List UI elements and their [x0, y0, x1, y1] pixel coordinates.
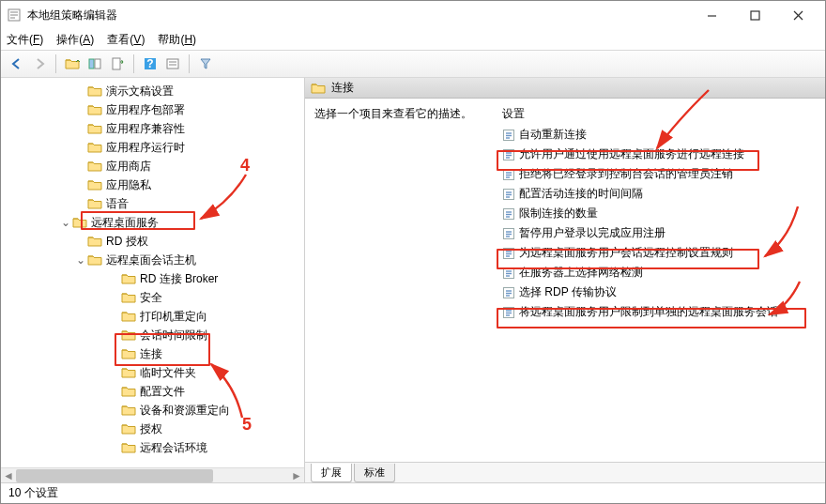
- statusbar: 10 个设置: [1, 482, 825, 503]
- window: 本地组策略编辑器 文件(F) 操作(A) 查看(V) 帮助(H) ? 演示文稿设…: [0, 0, 826, 504]
- folder-icon: [87, 235, 102, 248]
- export-button[interactable]: [107, 53, 128, 74]
- tree-item[interactable]: RD 连接 Broker: [1, 269, 304, 288]
- setting-item[interactable]: 自动重新连接: [495, 125, 825, 145]
- help-button[interactable]: ?: [140, 53, 161, 74]
- folder-icon: [121, 310, 136, 323]
- forward-button[interactable]: [29, 53, 50, 74]
- main: 演示文稿设置应用程序包部署应用程序兼容性应用程序运行时应用商店应用隐私语音⌄远程…: [1, 78, 825, 482]
- folder-icon: [121, 291, 136, 304]
- svg-rect-14: [113, 58, 120, 69]
- tree-item-label: 设备和资源重定向: [140, 403, 230, 419]
- folder-icon: [87, 197, 102, 210]
- tree-item-label: RD 授权: [106, 234, 148, 250]
- tree-item-label: RD 连接 Broker: [140, 271, 218, 287]
- up-button[interactable]: [62, 53, 83, 74]
- setting-label: 为远程桌面服务用户会话远程控制设置规则: [519, 245, 733, 261]
- tree-item-label: 应用程序兼容性: [106, 121, 185, 137]
- scroll-left-icon[interactable]: ◄: [1, 468, 16, 483]
- svg-rect-9: [751, 11, 759, 20]
- folder-icon: [87, 103, 102, 116]
- tree-item-label: 远程桌面服务: [91, 215, 159, 231]
- policy-icon: [502, 168, 515, 181]
- setting-label: 自动重新连接: [519, 127, 587, 143]
- tree-item[interactable]: 语音: [1, 194, 304, 213]
- menu-file[interactable]: 文件(F): [7, 32, 43, 48]
- tree-item[interactable]: 应用程序包部署: [1, 100, 304, 119]
- detail-header: 连接: [305, 78, 825, 99]
- tree-item[interactable]: RD 授权: [1, 232, 304, 251]
- folder-icon: [72, 216, 87, 229]
- scroll-right-icon[interactable]: ►: [289, 468, 304, 483]
- setting-item[interactable]: 拒绝将已经登录到控制台会话的管理员注销: [495, 164, 825, 184]
- tree-item[interactable]: 应用隐私: [1, 176, 304, 194]
- tree-item[interactable]: 应用商店: [1, 157, 304, 176]
- setting-label: 选择 RDP 传输协议: [519, 284, 617, 300]
- svg-text:?: ?: [146, 57, 153, 70]
- folder-icon: [87, 160, 102, 173]
- tree-item[interactable]: 安全: [1, 288, 304, 307]
- tree-item[interactable]: 远程会话环境: [1, 438, 304, 457]
- filter-button[interactable]: [195, 53, 216, 74]
- setting-label: 在服务器上选择网络检测: [519, 265, 643, 281]
- minimize-button[interactable]: [690, 1, 733, 29]
- tree-item-label: 演示文稿设置: [106, 84, 174, 99]
- tree-item[interactable]: 会话时间限制: [1, 326, 304, 344]
- setting-item[interactable]: 为远程桌面服务用户会话远程控制设置规则: [495, 243, 825, 263]
- tree-item[interactable]: 设备和资源重定向: [1, 401, 304, 420]
- policy-icon: [502, 267, 515, 280]
- chevron-down-icon[interactable]: ⌄: [74, 253, 87, 267]
- tree-item[interactable]: 演示文稿设置: [1, 82, 304, 100]
- folder-icon: [121, 272, 136, 285]
- menubar: 文件(F) 操作(A) 查看(V) 帮助(H): [1, 29, 825, 50]
- show-hide-tree-button[interactable]: [84, 53, 105, 74]
- folder-icon: [311, 82, 326, 95]
- tab-standard[interactable]: 标准: [354, 464, 395, 482]
- tab-extended[interactable]: 扩展: [311, 464, 352, 482]
- setting-item[interactable]: 允许用户通过使用远程桌面服务进行远程连接: [495, 145, 825, 164]
- svg-rect-17: [167, 59, 178, 69]
- tree-item-label: 语音: [106, 196, 129, 212]
- folder-icon: [87, 253, 102, 267]
- setting-item[interactable]: 暂停用户登录以完成应用注册: [495, 223, 825, 243]
- folder-icon: [121, 366, 136, 379]
- tree-item[interactable]: ⌄远程桌面会话主机: [1, 251, 304, 269]
- setting-item[interactable]: 在服务器上选择网络检测: [495, 263, 825, 283]
- back-button[interactable]: [7, 53, 27, 74]
- tree-item[interactable]: 应用程序兼容性: [1, 119, 304, 138]
- setting-item[interactable]: 选择 RDP 传输协议: [495, 283, 825, 302]
- tree-item[interactable]: 授权: [1, 420, 304, 438]
- policy-icon: [502, 247, 515, 260]
- chevron-down-icon[interactable]: ⌄: [59, 216, 72, 229]
- app-icon: [7, 8, 22, 23]
- setting-item[interactable]: 限制连接的数量: [495, 204, 825, 223]
- policy-icon: [502, 188, 515, 201]
- tree-scroll[interactable]: 演示文稿设置应用程序包部署应用程序兼容性应用程序运行时应用商店应用隐私语音⌄远程…: [1, 78, 304, 467]
- folder-icon: [121, 328, 136, 342]
- setting-item[interactable]: 将远程桌面服务用户限制到单独的远程桌面服务会话: [495, 302, 825, 322]
- tree-item[interactable]: 临时文件夹: [1, 363, 304, 382]
- window-title: 本地组策略编辑器: [27, 8, 690, 23]
- tree-item[interactable]: ⌄远程桌面服务: [1, 213, 304, 232]
- properties-button[interactable]: [162, 53, 183, 74]
- menu-view[interactable]: 查看(V): [107, 32, 145, 48]
- tree-item-label: 授权: [140, 421, 162, 437]
- setting-label: 允许用户通过使用远程桌面服务进行远程连接: [519, 146, 744, 162]
- tree-item[interactable]: 连接: [1, 344, 304, 363]
- setting-label: 配置活动连接的时间间隔: [519, 186, 643, 202]
- maximize-button[interactable]: [733, 1, 776, 29]
- settings-header[interactable]: 设置: [495, 106, 825, 125]
- setting-label: 暂停用户登录以完成应用注册: [519, 225, 665, 241]
- menu-help[interactable]: 帮助(H): [158, 32, 196, 48]
- tree-h-scrollbar[interactable]: ◄ ►: [1, 467, 304, 482]
- policy-icon: [502, 286, 515, 299]
- tree-pane: 演示文稿设置应用程序包部署应用程序兼容性应用程序运行时应用商店应用隐私语音⌄远程…: [1, 78, 305, 482]
- tree-item[interactable]: 打印机重定向: [1, 307, 304, 326]
- titlebar: 本地组策略编辑器: [1, 1, 825, 29]
- menu-action[interactable]: 操作(A): [56, 32, 94, 48]
- description-text: 选择一个项目来查看它的描述。: [314, 107, 472, 120]
- tree-item[interactable]: 应用程序运行时: [1, 138, 304, 157]
- close-button[interactable]: [776, 1, 819, 29]
- tree-item[interactable]: 配置文件: [1, 382, 304, 401]
- setting-item[interactable]: 配置活动连接的时间间隔: [495, 184, 825, 204]
